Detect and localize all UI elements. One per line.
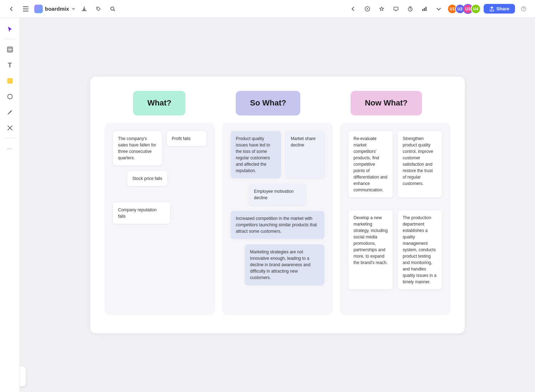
toolbar-right: U1 U2 U3 U4 Share xyxy=(347,3,529,15)
svg-rect-7 xyxy=(422,9,423,11)
more-toolbar-button[interactable] xyxy=(433,3,444,15)
svg-point-11 xyxy=(523,10,524,10)
note-profit-text: Profit falls xyxy=(172,136,191,141)
right-row-2: Develop a new marketing strategy, includ… xyxy=(348,210,442,289)
timer-button[interactable] xyxy=(404,3,416,15)
note-market-share[interactable]: Market share decline xyxy=(286,131,324,178)
brand-icon xyxy=(34,5,43,13)
shape-tool[interactable] xyxy=(3,89,17,104)
svg-point-3 xyxy=(97,8,98,9)
star-button[interactable] xyxy=(376,3,387,15)
note-quality[interactable]: Product quality issues have led to the l… xyxy=(231,131,281,178)
pen-tool[interactable] xyxy=(3,105,17,119)
mid-row-2: Employee motivation decline xyxy=(231,184,324,205)
comment-button[interactable] xyxy=(390,3,402,15)
cursor-tool[interactable] xyxy=(3,22,17,36)
svg-rect-8 xyxy=(424,8,425,11)
sowhat-panel: Product quality issues have led to the l… xyxy=(222,123,333,315)
note-marketing-strategy-text: Develop a new marketing strategy, includ… xyxy=(353,215,388,265)
search-button[interactable] xyxy=(107,3,118,15)
note-marketing[interactable]: Marketing strategies are not innovative … xyxy=(245,244,324,285)
note-stock[interactable]: Stock price falls xyxy=(127,171,167,186)
mid-row-3: Increased competition in the market with… xyxy=(231,211,324,239)
note-reputation-text: Company reputation falls xyxy=(118,207,157,219)
canvas: What? So What? Now What? The company's s… xyxy=(20,18,535,392)
sidebar-divider-2 xyxy=(4,138,16,138)
more-dots-icon: ··· xyxy=(7,145,12,151)
note-strengthen-text: Strengthen product quality control, impr… xyxy=(403,136,433,186)
svg-rect-13 xyxy=(7,78,12,83)
chart-button[interactable] xyxy=(419,3,430,15)
share-button[interactable]: Share xyxy=(484,4,515,14)
canvas-inner: What? So What? Now What? The company's s… xyxy=(20,18,535,392)
note-employee[interactable]: Employee motivation decline xyxy=(249,184,306,205)
menu-button[interactable] xyxy=(20,3,31,15)
note-employee-text: Employee motivation decline xyxy=(254,189,294,200)
note-competition[interactable]: Increased competition in the market with… xyxy=(231,211,324,239)
svg-point-14 xyxy=(7,94,12,99)
connector-tool[interactable] xyxy=(3,121,17,135)
avatar-4: U4 xyxy=(471,4,481,14)
note-production[interactable]: The production department establishes a … xyxy=(398,210,442,289)
note-sales[interactable]: The company's sales have fallen for thre… xyxy=(113,131,162,165)
columns-header: What? So What? Now What? xyxy=(105,91,450,115)
nowwhat-panel: Re-evaluate market competitors' products… xyxy=(340,123,450,315)
what-row-2: Stock price falls xyxy=(113,171,207,186)
brand-chevron-icon xyxy=(71,7,76,11)
note-marketing-strategy[interactable]: Develop a new marketing strategy, includ… xyxy=(348,210,393,289)
svg-rect-0 xyxy=(23,6,29,7)
sticky-tool[interactable] xyxy=(3,74,17,88)
nowwhat-header: Now What? xyxy=(351,91,422,115)
what-row-1: The company's sales have fallen for thre… xyxy=(113,131,207,165)
frame-tool[interactable] xyxy=(3,42,17,57)
svg-rect-1 xyxy=(23,9,29,9)
note-marketing-text: Marketing strategies are not innovative … xyxy=(250,249,310,280)
sowhat-label: So What? xyxy=(250,98,286,107)
sidebar-divider-1 xyxy=(4,39,16,40)
note-reevaluate[interactable]: Re-evaluate market competitors' products… xyxy=(348,131,393,197)
note-stock-text: Stock price falls xyxy=(132,176,162,181)
svg-rect-2 xyxy=(23,11,29,11)
back-button[interactable] xyxy=(6,3,17,15)
text-tool[interactable]: T xyxy=(3,58,17,72)
toolbar-left: boardmix xyxy=(6,3,345,15)
mid-row-4: Marketing strategies are not innovative … xyxy=(231,244,324,285)
note-strengthen[interactable]: Strengthen product quality control, impr… xyxy=(398,131,442,197)
note-production-text: The production department establishes a … xyxy=(403,215,437,284)
note-competition-text: Increased competition in the market with… xyxy=(236,216,317,234)
svg-rect-12 xyxy=(7,47,12,52)
play-button[interactable] xyxy=(362,3,373,15)
note-quality-text: Product quality issues have led to the l… xyxy=(236,136,270,173)
left-sidebar: T ··· xyxy=(0,18,20,392)
brand-logo[interactable]: boardmix xyxy=(34,5,76,13)
share-label: Share xyxy=(496,6,509,11)
what-panel: The company's sales have fallen for thre… xyxy=(105,123,215,315)
what-row-3: Company reputation falls xyxy=(113,202,207,224)
columns-body: The company's sales have fallen for thre… xyxy=(105,123,450,315)
tag-button[interactable] xyxy=(93,3,104,15)
more-tools-button[interactable]: ··· xyxy=(3,141,17,155)
what-label: What? xyxy=(147,98,171,107)
note-profit[interactable]: Profit falls xyxy=(167,131,207,146)
toolbar: boardmix xyxy=(0,0,535,18)
right-row-1: Re-evaluate market competitors' products… xyxy=(348,131,442,197)
brand-name: boardmix xyxy=(45,6,69,12)
mid-row-1: Product quality issues have led to the l… xyxy=(231,131,324,178)
svg-rect-9 xyxy=(426,7,427,11)
nowwhat-label: Now What? xyxy=(365,98,408,107)
note-market-share-text: Market share decline xyxy=(291,136,316,148)
board: What? So What? Now What? The company's s… xyxy=(90,77,465,333)
note-reevaluate-text: Re-evaluate market competitors' products… xyxy=(353,136,387,192)
help-button[interactable] xyxy=(518,3,529,15)
nav-prev-button[interactable] xyxy=(347,3,359,15)
download-button[interactable] xyxy=(78,3,90,15)
note-sales-text: The company's sales have fallen for thre… xyxy=(118,136,156,160)
text-icon: T xyxy=(8,62,12,69)
sowhat-header: So What? xyxy=(236,91,300,115)
note-reputation[interactable]: Company reputation falls xyxy=(113,202,170,224)
what-header: What? xyxy=(133,91,185,115)
avatar-group: U1 U2 U3 U4 xyxy=(447,4,481,14)
